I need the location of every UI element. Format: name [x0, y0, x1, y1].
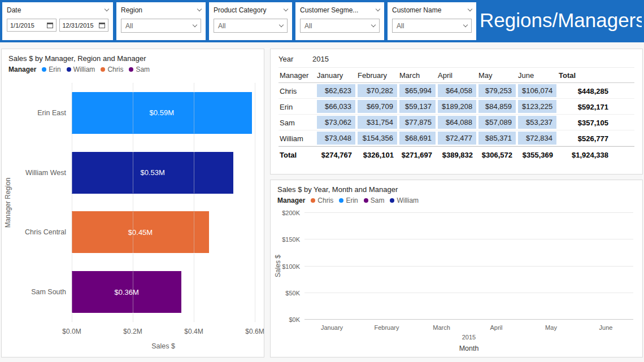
- bar-chart-panel: Sales $ by Manager, Region and Manager M…: [1, 49, 264, 357]
- table-row: Sam$73,062$31,754$77,875$64,088$57,089$5…: [279, 115, 634, 130]
- bar-row: Erin East$0.59M: [72, 83, 255, 143]
- axis-tick-label: $150K: [282, 236, 300, 243]
- total-cell: $274,767: [316, 147, 356, 163]
- legend-title: Manager: [8, 66, 36, 73]
- total-cell: $1,924,338: [558, 147, 613, 163]
- table-cell: $73,062: [316, 115, 356, 130]
- value-highlight: $123,225: [518, 100, 556, 113]
- bar-value-label: $0.59M: [150, 108, 174, 117]
- value-highlight: $79,253: [478, 84, 516, 97]
- legend-dot: [311, 198, 315, 203]
- value-highlight: $85,371: [478, 132, 516, 145]
- legend-item-sam[interactable]: Sam: [129, 66, 150, 73]
- bar-chris-central[interactable]: $0.45M: [72, 211, 209, 253]
- chevron-down-icon[interactable]: [284, 7, 288, 11]
- slicer-customer-segment: Customer Segme... All: [295, 2, 384, 40]
- customer-name-dropdown[interactable]: All: [392, 19, 472, 33]
- axis-tick-label: $0.4M: [184, 328, 203, 335]
- value-highlight: $73,062: [317, 116, 355, 129]
- legend-dot: [339, 198, 343, 203]
- gridline: [304, 212, 633, 213]
- table-cell: $77,875: [398, 115, 437, 130]
- legend-label: William: [73, 66, 95, 73]
- table-cell: $59,137: [398, 99, 437, 114]
- legend-item-william[interactable]: William: [67, 66, 95, 73]
- total-cell: $306,572: [477, 147, 517, 163]
- column-header-february[interactable]: February: [356, 68, 398, 82]
- total-cell: $389,832: [437, 147, 477, 163]
- legend-label: Sam: [371, 197, 385, 204]
- bar-erin-east[interactable]: $0.59M: [72, 92, 252, 134]
- x-axis-title: Month: [304, 344, 633, 352]
- chevron-down-icon[interactable]: [468, 7, 472, 11]
- column-header-march[interactable]: March: [398, 68, 437, 82]
- chevron-down-icon[interactable]: [197, 7, 202, 11]
- legend-items: ChrisErinSamWilliam: [311, 197, 419, 204]
- legend-item-chris[interactable]: Chris: [101, 66, 123, 73]
- axis-tick-label: $0.2M: [123, 328, 142, 335]
- column-chart-panel: Sales $ by Year, Month and Manager Manag…: [270, 180, 643, 357]
- slicer-customer-name-label: Customer Name: [392, 6, 441, 14]
- table-cell: $72,477: [437, 130, 477, 146]
- column-header-april[interactable]: April: [437, 68, 477, 82]
- legend-label: Chris: [317, 197, 333, 204]
- category-label: Erin East: [37, 109, 66, 117]
- dashboard: Date 1/1/2015 12/31/2015 Region All: [0, 0, 644, 362]
- table-cell: $53,237: [517, 115, 558, 130]
- total-cell: $355,369: [517, 147, 558, 163]
- value-highlight: $77,875: [399, 116, 436, 129]
- table-cell: $106,074: [517, 83, 558, 98]
- table-body: Chris$62,623$70,282$65,994$64,058$79,253…: [279, 83, 634, 146]
- column-header-total[interactable]: Total: [558, 68, 613, 82]
- value-highlight: $84,859: [478, 100, 516, 113]
- legend-dot: [42, 67, 46, 72]
- table-header: ManagerJanuaryFebruaryMarchAprilMayJuneT…: [279, 68, 634, 83]
- legend-item-erin[interactable]: Erin: [339, 197, 358, 204]
- column-header-june[interactable]: June: [517, 68, 558, 82]
- chevron-down-icon[interactable]: [105, 7, 109, 11]
- legend: Manager ErinWilliamChrisSam: [2, 64, 264, 73]
- x-axis-title: Sales $: [72, 342, 255, 350]
- value-highlight: $62,623: [317, 84, 355, 97]
- bar-row: Sam South$0.36M: [72, 262, 255, 322]
- row-header: William: [279, 130, 316, 146]
- column-header-may[interactable]: May: [477, 68, 517, 82]
- slicer-customer-segment-label: Customer Segme...: [300, 6, 358, 14]
- row-header: Sam: [279, 115, 316, 130]
- year-value: 2015: [312, 55, 329, 63]
- legend-label: Erin: [346, 197, 358, 204]
- column-header-manager[interactable]: Manager: [279, 68, 316, 82]
- bar-value-label: $0.36M: [115, 288, 139, 296]
- axis-tick-label: $0.0M: [62, 328, 81, 335]
- year-row: Year 2015: [279, 55, 634, 68]
- bar-row: Chris Central$0.45M: [72, 203, 255, 263]
- legend-dot: [364, 198, 368, 203]
- date-end-input[interactable]: 12/31/2015: [59, 19, 109, 32]
- bar-william-west[interactable]: $0.53M: [72, 152, 233, 194]
- legend-dot: [390, 198, 394, 203]
- gridline: [72, 83, 72, 322]
- product-category-dropdown[interactable]: All: [214, 19, 288, 33]
- y-axis-title: Manager Region: [3, 83, 13, 322]
- legend-item-chris[interactable]: Chris: [311, 197, 333, 204]
- legend-item-sam[interactable]: Sam: [364, 197, 385, 204]
- column-header-january[interactable]: January: [316, 68, 356, 82]
- legend-item-erin[interactable]: Erin: [42, 66, 60, 73]
- region-dropdown[interactable]: All: [121, 19, 201, 33]
- value-highlight: $66,033: [317, 100, 355, 113]
- customer-segment-dropdown[interactable]: All: [300, 19, 380, 33]
- table-cell-total: $592,171: [558, 99, 613, 114]
- total-cell: Total: [279, 147, 316, 163]
- chevron-down-icon[interactable]: [376, 7, 380, 11]
- slicer-product-category: Product Category All: [209, 2, 292, 40]
- chevron-down-icon: [279, 23, 284, 27]
- value-highlight: $154,356: [358, 132, 397, 145]
- legend-label: Chris: [107, 66, 123, 73]
- legend-item-william[interactable]: William: [390, 197, 419, 204]
- table-cell: $64,088: [437, 115, 477, 130]
- slicer-region-label: Region: [121, 6, 142, 14]
- date-start-input[interactable]: 1/1/2015: [7, 19, 56, 32]
- gridline: [304, 266, 633, 267]
- legend-label: Erin: [49, 66, 60, 73]
- bar-sam-south[interactable]: $0.36M: [72, 271, 181, 313]
